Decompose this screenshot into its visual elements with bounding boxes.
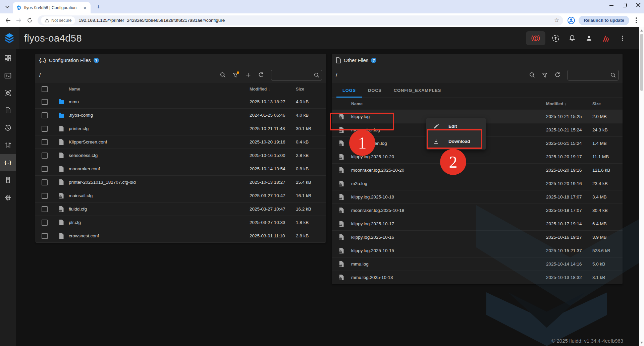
row-checkbox[interactable] <box>42 166 48 172</box>
table-row[interactable]: fluidd.cfg 2025-03-27 10:47 16.2 kB <box>35 203 326 216</box>
row-checkbox[interactable] <box>42 139 48 145</box>
refresh-icon[interactable] <box>25 16 34 25</box>
address-bar[interactable]: Not secure 192.168.1.125/?printer=24282e… <box>38 15 563 25</box>
column-name[interactable]: Name <box>351 102 546 106</box>
row-checkbox[interactable] <box>42 233 48 239</box>
page-scrollbar[interactable] <box>639 27 644 346</box>
chrome-menu-icon[interactable] <box>632 17 641 23</box>
context-menu-download-label: Download <box>448 139 470 144</box>
table-row[interactable]: KlipperScreen.conf 2025-10-20 19:16 0.4 … <box>35 135 326 149</box>
scrollbar-down-arrow[interactable] <box>639 340 644 345</box>
row-checkbox[interactable] <box>42 220 48 226</box>
files-tab[interactable]: CONFIG_EXAMPLES <box>388 83 447 98</box>
table-row[interactable]: klippy.log.2025-10-18 2025-10-18 17:07 3… <box>332 190 623 204</box>
sidebar-item-configure[interactable]: {..} <box>0 154 16 171</box>
window-minimize-icon[interactable] <box>609 3 614 7</box>
column-modified[interactable]: Modified ↓ <box>546 102 592 106</box>
refresh-icon[interactable] <box>256 70 266 80</box>
select-all-checkbox[interactable] <box>42 86 48 92</box>
sidebar-item-system[interactable] <box>0 171 16 189</box>
add-file-icon[interactable] <box>243 70 254 80</box>
user-account-icon[interactable] <box>582 32 596 45</box>
table-row[interactable]: mainsail.cfg 2025-03-27 10:47 16.1 kB <box>35 189 326 203</box>
lock-badge-icon <box>59 210 62 212</box>
table-row[interactable]: printer-20251013_182707.cfg-old 2025-10-… <box>35 176 326 189</box>
notifications-bell-icon[interactable] <box>566 32 579 45</box>
browser-tab[interactable]: flyos-0a4d58 | Configuration × <box>13 2 91 13</box>
row-checkbox[interactable] <box>42 99 48 105</box>
table-row[interactable]: crowsnest.conf 2025-03-01 11:10 2.8 kB <box>35 229 326 243</box>
window-close-icon[interactable] <box>636 3 641 7</box>
config-search-box[interactable] <box>271 70 322 80</box>
jobs-file-icon <box>5 107 11 114</box>
column-size[interactable]: Size <box>592 102 620 106</box>
table-row[interactable]: m2u.log 2025-10-20 19:16 23.4 kB <box>332 177 623 190</box>
row-checkbox[interactable] <box>42 126 48 132</box>
window-controls <box>609 3 641 7</box>
sidebar: {..} <box>0 49 16 346</box>
sidebar-item-gcode-preview[interactable] <box>0 84 16 102</box>
profile-icon[interactable] <box>567 16 576 25</box>
refresh-icon[interactable] <box>552 70 563 80</box>
app-menu-dots-icon[interactable] <box>616 32 629 45</box>
files-tab[interactable]: LOGS <box>336 83 362 98</box>
klipper-logo-icon[interactable] <box>599 32 612 45</box>
scrollbar-up-arrow[interactable] <box>639 28 644 33</box>
tab-close-icon[interactable]: × <box>82 5 88 11</box>
table-row[interactable]: printer.cfg 2025-10-21 11:48 30.1 kB <box>35 122 326 135</box>
other-current-path[interactable]: / <box>336 72 337 78</box>
sidebar-item-dashboard[interactable] <box>0 49 16 67</box>
column-modified[interactable]: Modified ↓ <box>250 87 296 92</box>
sidebar-item-jobs[interactable] <box>0 102 16 119</box>
row-checkbox[interactable] <box>42 179 48 185</box>
search-icon[interactable] <box>217 70 228 80</box>
table-row[interactable]: .flyos-config 2024-01-25 06:46 4.0 kB <box>35 109 326 122</box>
table-row[interactable]: plr.cfg 2025-03-27 10:33 1.8 kB <box>35 216 326 229</box>
context-menu-edit[interactable]: Edit <box>426 119 486 134</box>
back-icon[interactable] <box>3 16 13 25</box>
app-bar: flyos-oa4d58 <box>0 27 644 49</box>
emergency-stop-button[interactable] <box>526 31 545 45</box>
table-row[interactable]: klippy.log.2025-10-20 2025-10-20 19:17 1… <box>332 150 623 164</box>
table-row[interactable]: moonraker.conf 2025-10-14 13:54 0.8 kB <box>35 162 326 176</box>
help-icon[interactable]: ? <box>371 58 376 63</box>
table-row[interactable]: mmu 2025-10-13 18:27 4.0 kB <box>35 95 326 109</box>
updates-icon[interactable] <box>549 32 562 45</box>
new-tab-button[interactable]: + <box>94 3 103 11</box>
bookmark-star-icon[interactable]: ☆ <box>554 17 560 24</box>
lock-badge-icon <box>339 265 342 267</box>
table-row[interactable]: moonraker.log.2025-10-20 2025-10-20 19:1… <box>332 164 623 177</box>
sidebar-item-console[interactable] <box>0 67 16 84</box>
files-tab[interactable]: DOCS <box>362 83 388 98</box>
security-chip[interactable]: Not secure <box>41 16 75 24</box>
file-name: printer-20251013_182707.cfg-old <box>69 180 250 185</box>
row-checkbox[interactable] <box>42 206 48 212</box>
other-search-input[interactable] <box>571 72 610 77</box>
forward-icon[interactable] <box>14 16 23 25</box>
sidebar-item-tune[interactable] <box>0 136 16 154</box>
scrollbar-thumb[interactable] <box>640 34 643 91</box>
tab-search-chevron-icon[interactable] <box>3 2 12 12</box>
context-menu-download[interactable]: Download <box>426 134 486 149</box>
filter-icon[interactable] <box>539 70 550 80</box>
sidebar-item-history[interactable] <box>0 119 16 136</box>
relaunch-to-update-button[interactable]: Relaunch to update <box>579 16 629 25</box>
other-search-box[interactable] <box>568 70 619 80</box>
row-checkbox[interactable] <box>42 193 48 199</box>
search-icon[interactable] <box>527 70 537 80</box>
filter-icon[interactable] <box>230 70 241 80</box>
column-size[interactable]: Size <box>296 87 323 92</box>
column-name[interactable]: Name <box>69 87 250 92</box>
config-search-input[interactable] <box>275 72 314 77</box>
row-checkbox[interactable] <box>42 112 48 118</box>
file-type-icon <box>339 154 344 160</box>
window-restore-icon[interactable] <box>623 3 627 7</box>
fluidd-logo[interactable] <box>0 27 19 49</box>
url-text[interactable]: 192.168.1.125/?printer=24282e5f2b8e6591e… <box>78 18 551 23</box>
table-row[interactable]: sensorless.cfg 2025-10-16 15:00 2.8 kB <box>35 149 326 162</box>
config-current-path[interactable]: / <box>39 72 41 78</box>
row-checkbox[interactable] <box>42 153 48 159</box>
browser-toolbar: Not secure 192.168.1.125/?printer=24282e… <box>0 13 644 27</box>
sidebar-item-settings[interactable] <box>0 189 16 206</box>
help-icon[interactable]: ? <box>94 58 99 63</box>
